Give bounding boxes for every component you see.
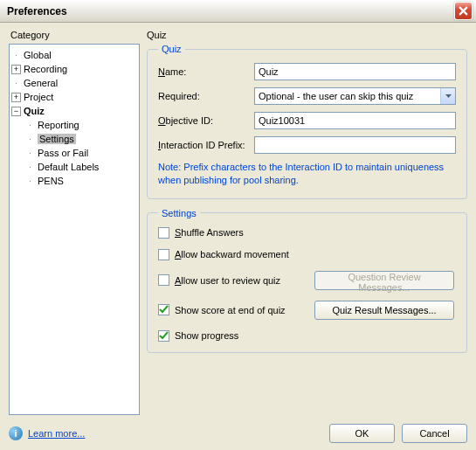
close-icon [459,6,468,16]
category-header: Category [9,30,140,40]
chevron-down-icon [440,88,455,104]
backward-label: Allow backward movement [175,249,314,260]
score-checkbox[interactable] [158,304,169,315]
close-button[interactable] [454,2,473,20]
objective-input[interactable] [254,112,456,129]
tree-item-recording[interactable]: + Recording [11,62,137,76]
progress-checkbox[interactable] [158,330,169,342]
tree-item-project[interactable]: + Project [11,90,137,104]
tree-item-default-labels[interactable]: Default Labels [11,160,137,174]
learn-more-link[interactable]: Learn more... [28,428,85,439]
tree-item-pens[interactable]: PENS [11,174,137,188]
column-headers: Category Quiz [9,30,467,40]
shuffle-label: Shuffle Answers [175,227,314,238]
expand-icon[interactable]: + [11,93,21,102]
ok-button[interactable]: OK [329,424,395,443]
collapse-icon[interactable]: − [11,107,21,116]
score-label: Show score at end of quiz [175,305,314,315]
quiz-group: Quiz Name: Required: Optional - the user… [147,44,467,199]
category-tree[interactable]: Global + Recording General + Project − Q… [9,44,140,415]
tree-item-settings[interactable]: Settings [11,132,137,146]
required-label: Required: [158,91,254,101]
result-messages-button[interactable]: Quiz Result Messages... [314,301,454,320]
tree-item-global[interactable]: Global [11,48,137,62]
name-input[interactable] [254,63,456,80]
tree-item-pass-or-fail[interactable]: Pass or Fail [11,146,137,160]
cancel-button[interactable]: Cancel [402,424,467,443]
shuffle-checkbox[interactable] [158,227,169,239]
progress-label: Show progress [175,330,314,341]
expand-icon[interactable]: + [11,65,21,74]
required-value: Optional - the user can skip this quiz [259,91,413,101]
prefix-note: Note: Prefix characters to the Interacti… [158,161,456,188]
review-label: Allow user to review quiz [175,275,314,286]
dialog-body: Category Quiz Global + Recording General… [0,23,476,450]
panel-header: Quiz [140,30,467,40]
review-checkbox[interactable] [158,274,169,286]
quiz-group-legend: Quiz [158,44,185,54]
name-label: Name: [158,66,254,77]
required-select[interactable]: Optional - the user can skip this quiz [254,87,456,105]
settings-group: Settings Shuffle Answers Allow backward … [147,208,467,353]
titlebar: Preferences [0,0,476,23]
objective-label: Objective ID: [158,115,254,126]
interaction-label: Interaction ID Prefix: [158,140,254,150]
backward-checkbox[interactable] [158,249,169,260]
settings-panel: Quiz Name: Required: Optional - the user… [147,44,467,415]
settings-group-legend: Settings [158,208,200,218]
tree-item-general[interactable]: General [11,76,137,90]
window-title: Preferences [7,5,454,17]
dialog-footer: i Learn more... OK Cancel [9,415,467,443]
tree-item-reporting[interactable]: Reporting [11,118,137,132]
review-messages-button: Question Review Messages... [314,271,454,290]
info-icon: i [9,426,23,440]
tree-item-quiz[interactable]: − Quiz [11,104,137,118]
interaction-input[interactable] [254,136,456,154]
